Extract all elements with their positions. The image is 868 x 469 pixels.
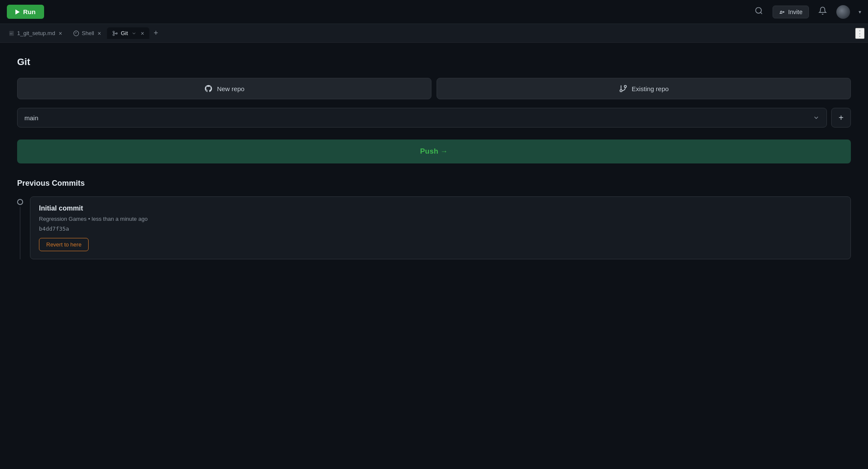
timeline-line [17, 196, 23, 259]
topbar: Run Invite ▾ [0, 0, 868, 24]
main-content: Git New repo Existing repo main + Push → [0, 43, 868, 469]
chevron-down-tab-icon [131, 31, 137, 36]
github-icon [204, 84, 213, 93]
notifications-button[interactable] [817, 5, 829, 19]
tab-shell[interactable]: Shell × [68, 27, 106, 39]
previous-commits-title: Previous Commits [17, 179, 851, 188]
commit-time: less than a minute ago [92, 216, 148, 222]
repo-buttons-row: New repo Existing repo [17, 78, 851, 99]
branch-add-button[interactable]: + [831, 108, 851, 128]
avatar[interactable] [836, 5, 850, 19]
search-button[interactable] [753, 5, 765, 19]
timeline-vert [20, 207, 21, 259]
existing-repo-button[interactable]: Existing repo [437, 78, 851, 99]
revert-button[interactable]: Revert to here [39, 238, 89, 251]
play-icon [15, 9, 20, 15]
chevron-down-branch-icon [813, 114, 820, 121]
commit-card: Initial commit Regression Games • less t… [30, 196, 851, 259]
shell-icon [73, 30, 79, 36]
git-branch-icon [619, 84, 627, 93]
push-label: Push → [420, 147, 448, 155]
revert-label: Revert to here [46, 241, 81, 248]
invite-label: Invite [788, 9, 803, 15]
branch-select[interactable]: main [17, 108, 827, 128]
branch-name: main [24, 114, 39, 122]
tab-git[interactable]: Git × [107, 27, 149, 39]
run-button[interactable]: Run [7, 5, 44, 19]
svg-point-0 [755, 8, 761, 13]
search-icon [755, 6, 763, 15]
new-repo-label: New repo [217, 85, 244, 92]
git-icon [112, 30, 118, 36]
tabbar: md 1_git_setup.md × Shell × Git × + ⋮ [0, 24, 868, 43]
git-panel-title: Git [17, 56, 851, 68]
svg-point-6 [113, 34, 115, 36]
commit-meta: Regression Games • less than a minute ag… [39, 216, 842, 222]
push-button[interactable]: Push → [17, 140, 851, 163]
commit-title: Initial commit [39, 205, 842, 212]
tab-md-label: 1_git_setup.md [17, 30, 55, 36]
topbar-right: Invite ▾ [753, 5, 861, 19]
tab-md-close[interactable]: × [59, 30, 62, 36]
tab-shell-close[interactable]: × [98, 30, 101, 36]
commit-hash: b4dd7f35a [39, 226, 842, 232]
new-repo-button[interactable]: New repo [17, 78, 431, 99]
chevron-down-icon: ▾ [859, 9, 861, 15]
person-add-icon [779, 9, 786, 15]
more-tabs-button[interactable]: ⋮ [855, 28, 865, 39]
run-label: Run [23, 8, 36, 15]
invite-button[interactable]: Invite [773, 6, 809, 18]
svg-point-10 [620, 90, 622, 92]
commits-list: Initial commit Regression Games • less t… [17, 196, 851, 259]
svg-text:md: md [10, 33, 12, 35]
tab-shell-label: Shell [82, 30, 94, 36]
svg-point-5 [113, 31, 115, 33]
new-tab-button[interactable]: + [150, 27, 162, 39]
svg-line-1 [760, 12, 762, 14]
md-file-icon: md [9, 30, 15, 36]
svg-point-9 [624, 86, 626, 88]
commit-separator: • [88, 216, 92, 222]
existing-repo-label: Existing repo [632, 85, 669, 92]
branch-row: main + [17, 108, 851, 128]
commit-author: Regression Games [39, 216, 86, 222]
timeline-dot [17, 199, 23, 205]
bell-icon [818, 6, 827, 15]
tab-git-label: Git [121, 30, 128, 36]
svg-point-4 [74, 31, 79, 36]
tab-git-close[interactable]: × [141, 30, 144, 36]
tab-md[interactable]: md 1_git_setup.md × [3, 27, 67, 39]
